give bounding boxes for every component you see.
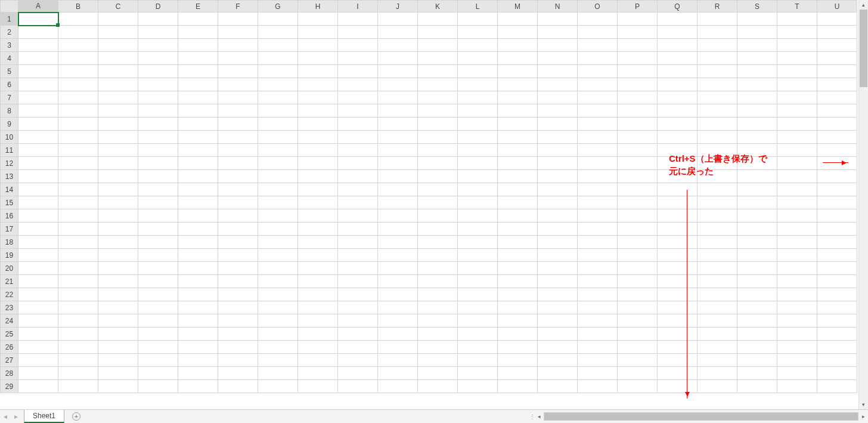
column-header[interactable]: O: [578, 1, 618, 13]
row-header[interactable]: 18: [1, 236, 18, 249]
cell[interactable]: [578, 157, 618, 170]
cell[interactable]: [737, 26, 777, 39]
cell[interactable]: [458, 183, 498, 196]
cell[interactable]: [458, 223, 498, 236]
cell[interactable]: [298, 249, 338, 262]
cell[interactable]: [777, 183, 817, 196]
cell[interactable]: [578, 13, 618, 26]
cell[interactable]: [618, 196, 658, 209]
cell[interactable]: [498, 236, 538, 249]
cell[interactable]: [817, 354, 857, 367]
cell[interactable]: [218, 367, 258, 380]
cell[interactable]: [58, 39, 98, 52]
row-header[interactable]: 3: [1, 39, 18, 52]
cell[interactable]: [338, 104, 378, 118]
cell[interactable]: [258, 118, 298, 131]
cell[interactable]: [218, 170, 258, 183]
cell[interactable]: [817, 157, 857, 170]
cell[interactable]: [138, 104, 178, 118]
horizontal-scroll-track[interactable]: [544, 412, 858, 421]
cell[interactable]: [58, 104, 98, 118]
cell[interactable]: [777, 262, 817, 275]
cell[interactable]: [538, 91, 578, 104]
cell[interactable]: [58, 354, 98, 367]
cell[interactable]: [618, 380, 658, 393]
cell[interactable]: [418, 157, 458, 170]
cell[interactable]: [777, 275, 817, 288]
cell[interactable]: [258, 91, 298, 104]
cell[interactable]: [698, 223, 737, 236]
cell[interactable]: [178, 209, 218, 223]
cell[interactable]: [698, 301, 737, 314]
cell[interactable]: [777, 328, 817, 341]
cell[interactable]: [737, 118, 777, 131]
cell[interactable]: [658, 13, 698, 26]
cell[interactable]: [418, 65, 458, 78]
cell[interactable]: [777, 301, 817, 314]
cell[interactable]: [458, 104, 498, 118]
cell[interactable]: [817, 262, 857, 275]
cell[interactable]: [498, 118, 538, 131]
column-header[interactable]: J: [378, 1, 418, 13]
cell[interactable]: [458, 236, 498, 249]
cell[interactable]: [498, 301, 538, 314]
cell[interactable]: [578, 170, 618, 183]
cell[interactable]: [777, 170, 817, 183]
horizontal-scrollbar[interactable]: ◂ ▸: [534, 410, 868, 423]
cell[interactable]: [18, 196, 58, 209]
row-header[interactable]: 25: [1, 328, 18, 341]
cell[interactable]: [538, 13, 578, 26]
column-header[interactable]: S: [737, 1, 777, 13]
cell[interactable]: [618, 91, 658, 104]
select-all-cell[interactable]: [1, 1, 18, 13]
row-header[interactable]: 12: [1, 157, 18, 170]
cell[interactable]: [698, 380, 737, 393]
cell[interactable]: [258, 367, 298, 380]
cell[interactable]: [338, 223, 378, 236]
cell[interactable]: [338, 52, 378, 65]
cell[interactable]: [538, 301, 578, 314]
cell[interactable]: [418, 183, 458, 196]
cell[interactable]: [618, 104, 658, 118]
row-header[interactable]: 17: [1, 223, 18, 236]
cell[interactable]: [658, 170, 698, 183]
cell[interactable]: [178, 104, 218, 118]
cell[interactable]: [698, 157, 737, 170]
cell[interactable]: [58, 262, 98, 275]
cell[interactable]: [178, 39, 218, 52]
cell[interactable]: [817, 65, 857, 78]
cell[interactable]: [258, 380, 298, 393]
cell[interactable]: [658, 78, 698, 91]
cell[interactable]: [817, 314, 857, 328]
cell[interactable]: [458, 170, 498, 183]
vertical-scroll-thumb[interactable]: [860, 10, 867, 87]
cell[interactable]: [58, 118, 98, 131]
cell[interactable]: [578, 91, 618, 104]
cell[interactable]: [378, 275, 418, 288]
cell[interactable]: [498, 262, 538, 275]
cell[interactable]: [817, 52, 857, 65]
cell[interactable]: [18, 104, 58, 118]
cell[interactable]: [817, 196, 857, 209]
cell[interactable]: [258, 157, 298, 170]
cell[interactable]: [737, 354, 777, 367]
cell[interactable]: [178, 13, 218, 26]
cell[interactable]: [18, 249, 58, 262]
row-header[interactable]: 27: [1, 354, 18, 367]
cell[interactable]: [338, 301, 378, 314]
cell[interactable]: [178, 301, 218, 314]
cell[interactable]: [737, 196, 777, 209]
cell[interactable]: [138, 65, 178, 78]
cell[interactable]: [658, 26, 698, 39]
cell[interactable]: [777, 341, 817, 354]
cell[interactable]: [817, 288, 857, 301]
scroll-down-button[interactable]: ▾: [859, 400, 868, 409]
cell[interactable]: [418, 26, 458, 39]
cell[interactable]: [338, 314, 378, 328]
row-header[interactable]: 20: [1, 262, 18, 275]
cell[interactable]: [578, 301, 618, 314]
tab-nav-prev[interactable]: ◂: [0, 410, 11, 423]
column-header[interactable]: B: [58, 1, 98, 13]
cell[interactable]: [817, 13, 857, 26]
cell[interactable]: [218, 26, 258, 39]
